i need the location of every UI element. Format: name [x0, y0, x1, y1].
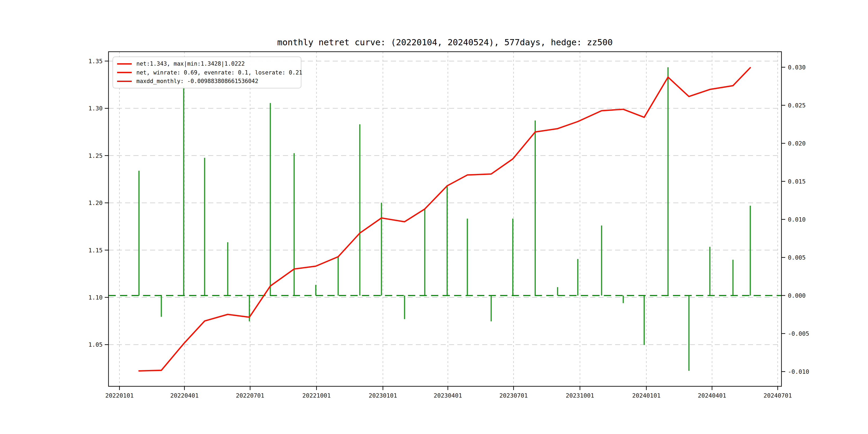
legend-label: net:1.343, max|min:1.3428|1.0222	[136, 61, 245, 67]
grid-vertical-lines	[120, 52, 778, 386]
tick-label: 0.025	[788, 102, 806, 109]
legend: net:1.343, max|min:1.3428|1.0222net, win…	[113, 57, 301, 88]
legend-item: net, winrate: 0.69, evenrate: 0.1, loser…	[117, 68, 297, 77]
tick-label: -0.005	[788, 330, 809, 337]
monthly-return-bars	[139, 67, 750, 371]
tick-label: 20230101	[369, 392, 397, 399]
tick-label: 20220401	[170, 392, 198, 399]
grid-horizontal-lines	[108, 61, 781, 344]
figure-canvas: monthly netret curve: (20220104, 2024052…	[0, 0, 868, 434]
net-line	[139, 68, 750, 371]
tick-label: 1.10	[88, 294, 103, 301]
tick-label: 20230401	[434, 392, 462, 399]
legend-label: maxdd_monthly: -0.009883808661536042	[136, 78, 258, 84]
net-curve	[139, 68, 750, 371]
tick-label: 1.05	[88, 341, 103, 348]
legend-line-swatch	[117, 63, 132, 65]
tick-label: 20220101	[105, 392, 134, 399]
x-axis-ticks: 2022010120220401202207012022100120230101…	[105, 386, 792, 399]
tick-label: 1.30	[88, 105, 103, 112]
right-axis-ticks: -0.010-0.0050.0000.0050.0100.0150.0200.0…	[781, 64, 809, 375]
plot-border	[108, 52, 781, 386]
tick-label: 20231001	[566, 392, 594, 399]
legend-item: net:1.343, max|min:1.3428|1.0222	[117, 60, 297, 68]
legend-label: net, winrate: 0.69, evenrate: 0.1, loser…	[136, 69, 303, 76]
tick-label: 1.25	[88, 152, 103, 159]
tick-label: 0.000	[788, 292, 806, 299]
legend-line-swatch	[117, 81, 132, 82]
tick-label: 1.20	[88, 199, 103, 206]
left-axis-ticks: 1.051.101.151.201.251.301.35	[88, 58, 108, 348]
legend-line-swatch	[117, 72, 132, 73]
tick-label: 20221001	[302, 392, 331, 399]
tick-label: 1.35	[88, 58, 103, 65]
tick-label: 0.015	[788, 178, 806, 185]
tick-label: 0.020	[788, 140, 806, 147]
tick-label: 20240101	[632, 392, 661, 399]
tick-label: 20240701	[764, 392, 792, 399]
tick-label: -0.010	[788, 368, 809, 375]
tick-label: 0.030	[788, 64, 806, 71]
tick-label: 20240401	[698, 392, 726, 399]
tick-label: 0.005	[788, 254, 806, 261]
tick-label: 1.15	[88, 247, 103, 254]
axis-spines	[108, 52, 781, 386]
legend-item: maxdd_monthly: -0.009883808661536042	[117, 77, 297, 86]
tick-label: 20230701	[499, 392, 528, 399]
tick-label: 20220701	[236, 392, 265, 399]
tick-label: 0.010	[788, 216, 806, 223]
